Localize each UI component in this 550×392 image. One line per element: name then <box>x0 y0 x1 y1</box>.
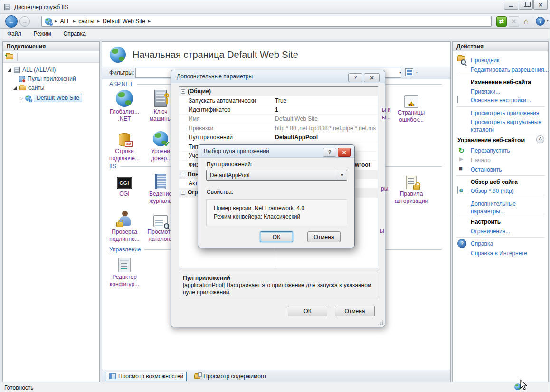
connections-toolbar <box>3 51 99 63</box>
back-button[interactable]: ← <box>5 15 18 28</box>
home-icon <box>524 18 529 26</box>
question-badge-icon: ? <box>28 98 33 103</box>
expanded-triangle-icon[interactable] <box>13 86 17 90</box>
tree-item-default-web-site[interactable]: ? Default Web Site <box>20 94 82 102</box>
group-view-icon[interactable] <box>405 68 413 76</box>
pool-properties-box: Номер версии .Net Framework: 4.0 Режим к… <box>206 199 347 226</box>
dialog-help-button[interactable] <box>348 73 362 82</box>
property-description-box: Пул приложений [applicationPool] Настраи… <box>179 272 378 299</box>
collapse-box-icon[interactable] <box>181 172 185 176</box>
grid-row-selected[interactable]: Пул приложенийDefaultAppPool <box>179 133 378 142</box>
action-restart[interactable]: Перезапустить <box>471 147 510 154</box>
collapse-box-icon[interactable] <box>181 89 185 94</box>
pool-dialog-help-button[interactable] <box>323 148 336 157</box>
menu-help[interactable]: Справка <box>64 30 86 37</box>
action-edit-permissions[interactable]: Редактировать разрешения... <box>471 67 549 73</box>
action-stop[interactable]: Остановить <box>471 166 502 173</box>
grid-row[interactable]: Запускать автоматическиTrue <box>179 96 378 105</box>
combobox-dropdown-button[interactable] <box>338 171 346 180</box>
tree-item-label[interactable]: Пулы приложений <box>28 76 76 82</box>
help-dropdown-icon[interactable] <box>546 19 549 22</box>
action-help[interactable]: Справка <box>471 240 493 247</box>
action-advanced-settings[interactable]: Дополнительные параметры... <box>471 200 532 215</box>
advanced-ok-button[interactable]: ОК <box>288 306 327 316</box>
feature-globalization[interactable]: Глобализ....NET <box>106 87 142 123</box>
feature-authorization-rules[interactable]: Правилаавторизации <box>389 169 433 205</box>
grid-section-general[interactable]: (Общие) <box>179 87 378 96</box>
arrow-icon <box>4 52 9 57</box>
breadcrumb-sites[interactable]: сайты <box>78 18 95 25</box>
view-dropdown-icon[interactable] <box>416 71 418 74</box>
menu-view[interactable]: Режим <box>34 30 51 37</box>
globalization-globe-icon <box>116 90 133 107</box>
feature-cgi[interactable]: CGI CGI <box>106 169 142 198</box>
action-view-virtual-dirs[interactable]: Просмотреть виртуальные каталоги <box>471 118 542 134</box>
action-help-online[interactable]: Справка в Интернете <box>471 250 527 257</box>
section-aspnet-label: ASP.NET <box>109 81 133 87</box>
action-limits[interactable]: Ограничения... <box>471 228 510 235</box>
maximize-button[interactable] <box>519 0 533 10</box>
tree-item-sites[interactable]: сайты <box>13 85 45 91</box>
tree-item-app-pools[interactable]: Пулы приложений <box>19 76 76 82</box>
feature-connection-strings[interactable]: ab Строкиподключе... <box>106 126 142 162</box>
grid-row[interactable]: Идентификатор1 <box>179 105 378 115</box>
refresh-button[interactable] <box>496 16 507 27</box>
page-title: Начальная страница Default Web Site <box>133 49 298 60</box>
help-button[interactable] <box>536 17 545 26</box>
tab-content-view[interactable]: Просмотр содержимого <box>191 372 268 381</box>
breadcrumb-bar[interactable]: ? ALL сайты Default Web Site <box>41 16 492 27</box>
feature-authentication[interactable]: Проверкаподлинно... <box>106 207 142 243</box>
properties-label: Свойства: <box>207 189 233 195</box>
minimize-button[interactable] <box>504 0 518 10</box>
action-bindings[interactable]: Привязки... <box>471 88 500 95</box>
action-browse-80[interactable]: Обзор *:80 (http) <box>471 188 514 194</box>
tree-item-label[interactable]: сайты <box>28 85 45 91</box>
collapsed-triangle-icon[interactable] <box>20 95 23 101</box>
forward-button[interactable]: → <box>19 16 30 27</box>
actions-panel: Действия Проводник Редактировать разреше… <box>452 41 549 382</box>
feature-config-editor[interactable]: Редакторконфигур... <box>106 252 142 288</box>
chevron-up-icon <box>539 137 541 142</box>
advanced-cancel-button[interactable]: Отмена <box>335 306 375 316</box>
action-explorer[interactable]: Проводник <box>471 57 499 64</box>
title-bar[interactable]: Диспетчер служб IIS <box>0 0 550 14</box>
save-connections-icon[interactable] <box>6 54 13 59</box>
folder-icon <box>19 86 26 90</box>
app-pool-combobox[interactable]: DefaultAppPool <box>206 170 347 181</box>
page-globe-icon <box>110 47 126 63</box>
pool-dialog-close-button[interactable] <box>338 148 351 157</box>
tree-item-server[interactable]: ALL (ALL\All) <box>8 67 56 73</box>
tree-item-label-selected[interactable]: Default Web Site <box>34 94 82 102</box>
close-button[interactable] <box>533 0 548 10</box>
collapse-section-button[interactable] <box>536 135 544 143</box>
filters-label: Фильтры: <box>109 69 134 76</box>
tree-item-label[interactable]: ALL (ALL\All) <box>22 67 56 73</box>
menu-file[interactable]: Файл <box>7 30 21 37</box>
maximize-icon <box>524 3 528 7</box>
menu-bar: Файл Режим Справка <box>0 29 550 39</box>
expanded-triangle-icon[interactable] <box>8 68 11 72</box>
tab-features-view[interactable]: Просмотр возможностей <box>106 372 187 381</box>
dialog-close-button[interactable] <box>364 73 380 82</box>
resize-grip[interactable] <box>382 324 383 325</box>
separator <box>456 106 545 107</box>
toolbar-separator <box>17 53 18 61</box>
breadcrumb-all[interactable]: ALL <box>60 18 70 25</box>
framework-version-text: Номер версии .Net Framework: 4.0 <box>214 204 347 212</box>
home-button[interactable] <box>521 16 531 27</box>
magnifier-icon <box>461 59 466 65</box>
breadcrumb-default-web-site[interactable]: Default Web Site <box>103 18 145 25</box>
expand-box-icon[interactable] <box>181 191 185 195</box>
advanced-dialog-title: Дополнительные параметры <box>177 73 253 80</box>
server-icon <box>14 67 20 73</box>
filter-dropdown-icon[interactable] <box>399 71 402 74</box>
feature-error-pages[interactable]: 404 Страницыошибок... <box>389 88 433 124</box>
stop-nav-button[interactable] <box>509 16 519 27</box>
pool-ok-button[interactable]: ОК <box>260 231 293 242</box>
pool-cancel-button[interactable]: Отмена <box>307 231 341 242</box>
action-basic-settings[interactable]: Основные настройки... <box>471 97 531 104</box>
breadcrumb-arrow-icon <box>73 19 76 23</box>
error-404-icon: 404 <box>404 95 418 108</box>
action-browse-header: Обзор веб-сайта <box>471 179 518 185</box>
action-view-applications[interactable]: Просмотреть приложения <box>471 110 539 116</box>
